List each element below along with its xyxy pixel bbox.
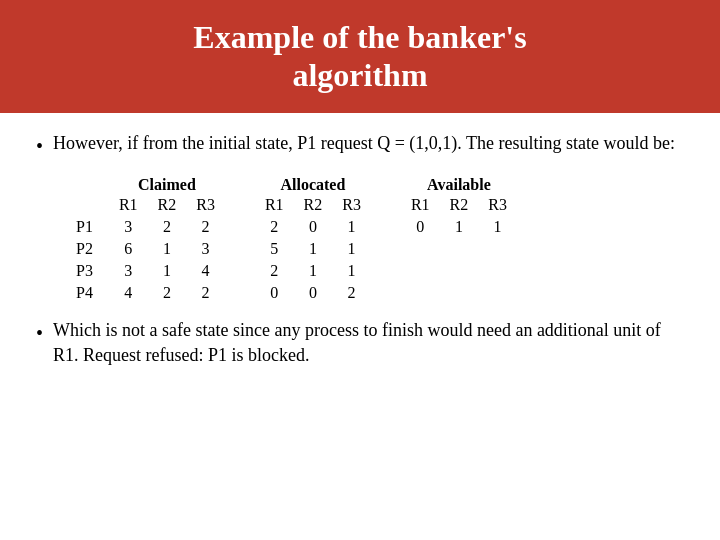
claimed-header: Claimed <box>109 174 225 194</box>
available-r1-header: R1 <box>401 194 440 216</box>
claimed-r1-header: R1 <box>109 194 148 216</box>
allocated-r2-header: R2 <box>294 194 333 216</box>
allocated-header: Allocated <box>255 174 371 194</box>
claimed-r2-header: R2 <box>148 194 187 216</box>
slide-title: Example of the banker's algorithm <box>40 18 680 95</box>
allocated-r1-header: R1 <box>255 194 294 216</box>
allocated-r3-header: R3 <box>332 194 371 216</box>
algorithm-table-container: Claimed Allocated Available R1 R2 R3 R1 … <box>66 174 684 304</box>
table-row: P2613511 <box>66 238 517 260</box>
top-bullet: • However, if from the initial state, P1… <box>36 131 684 160</box>
empty-header <box>66 174 109 194</box>
bottom-bullet: • Which is not a safe state since any pr… <box>36 318 684 368</box>
table-row: P4422002 <box>66 282 517 304</box>
table-body: P1322201011P2613511P3314211P4422002 <box>66 216 517 304</box>
algorithm-table: Claimed Allocated Available R1 R2 R3 R1 … <box>66 174 517 304</box>
slide-header: Example of the banker's algorithm <box>0 0 720 113</box>
slide: Example of the banker's algorithm • Howe… <box>0 0 720 540</box>
bullet-dot-top: • <box>36 132 43 160</box>
slide-content: • However, if from the initial state, P1… <box>0 113 720 540</box>
bullet-dot-bottom: • <box>36 319 43 347</box>
table-section-header: Claimed Allocated Available <box>66 174 517 194</box>
table-row: P3314211 <box>66 260 517 282</box>
available-r3-header: R3 <box>478 194 517 216</box>
available-r2-header: R2 <box>440 194 479 216</box>
available-header: Available <box>401 174 517 194</box>
table-row: P1322201011 <box>66 216 517 238</box>
claimed-r3-header: R3 <box>186 194 225 216</box>
table-col-header-row: R1 R2 R3 R1 R2 R3 R1 R2 R3 <box>66 194 517 216</box>
